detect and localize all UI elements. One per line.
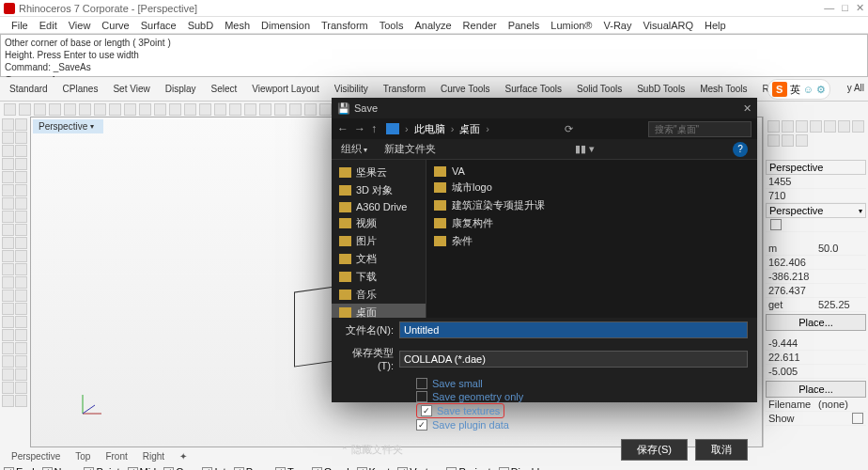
menu-help[interactable]: Help xyxy=(699,20,732,31)
tool-icon[interactable] xyxy=(15,250,27,262)
tab-cplanes[interactable]: CPlanes xyxy=(55,80,106,98)
tool-icon[interactable] xyxy=(199,103,211,116)
tool-icon[interactable] xyxy=(2,303,14,315)
tool-icon[interactable] xyxy=(34,103,46,116)
filetype-select[interactable]: COLLADA (*.dae) xyxy=(399,351,748,368)
tool-icon[interactable] xyxy=(2,145,14,157)
tool-icon[interactable] xyxy=(154,103,166,116)
menu-curve[interactable]: Curve xyxy=(96,20,134,31)
tool-icon[interactable] xyxy=(259,103,271,116)
panel-icon[interactable] xyxy=(767,120,780,133)
tool-icon[interactable] xyxy=(2,329,14,341)
menu-render[interactable]: Render xyxy=(457,20,503,31)
tool-icon[interactable] xyxy=(15,355,27,368)
tool-icon[interactable] xyxy=(15,171,27,183)
tool-icon[interactable] xyxy=(2,184,14,196)
tab-set-view[interactable]: Set View xyxy=(105,80,157,98)
tool-icon[interactable] xyxy=(244,103,256,116)
osnap-int[interactable] xyxy=(202,467,212,471)
tab-subd-tools[interactable]: SubD Tools xyxy=(629,80,692,98)
tool-icon[interactable] xyxy=(2,290,14,302)
panel-icon[interactable] xyxy=(810,120,822,133)
close-button[interactable]: ✕ xyxy=(856,2,864,14)
vtab-perspective[interactable]: Perspective xyxy=(4,449,68,463)
filename-input[interactable] xyxy=(399,321,748,338)
tab-curve-tools[interactable]: Curve Tools xyxy=(433,80,498,98)
ime-pill[interactable]: S 英 ☺⚙ xyxy=(767,79,830,100)
tool-icon[interactable] xyxy=(15,342,27,354)
tool-icon[interactable] xyxy=(2,237,14,249)
viewport-tab[interactable]: Perspective xyxy=(33,119,103,133)
tool-icon[interactable] xyxy=(49,103,61,116)
organize-menu[interactable]: 组织 xyxy=(341,142,367,156)
tree-item[interactable]: 音乐 xyxy=(332,286,426,304)
tab-surface-tools[interactable]: Surface Tools xyxy=(498,80,569,98)
tool-icon[interactable] xyxy=(15,132,27,144)
file-item[interactable]: 康复构件 xyxy=(426,214,757,232)
tab-solid-tools[interactable]: Solid Tools xyxy=(569,80,629,98)
opt-save-textures[interactable]: Save textures xyxy=(416,403,504,418)
tree-item[interactable]: 下载 xyxy=(332,268,426,286)
osnap-end[interactable] xyxy=(4,467,14,471)
tab-display[interactable]: Display xyxy=(158,80,204,98)
crumb-desktop[interactable]: 桌面 xyxy=(459,122,480,136)
tool-icon[interactable] xyxy=(109,103,121,116)
menu-tools[interactable]: Tools xyxy=(374,20,410,31)
osnap-project[interactable] xyxy=(446,467,457,471)
crumb-pc[interactable]: 此电脑 xyxy=(414,122,445,136)
tool-icon[interactable] xyxy=(15,316,27,328)
tool-icon[interactable] xyxy=(2,211,14,223)
up-icon[interactable]: ↑ xyxy=(371,122,377,135)
menu-view[interactable]: View xyxy=(63,20,97,31)
tool-icon[interactable] xyxy=(304,103,317,116)
tool-icon[interactable] xyxy=(2,197,14,210)
tab-select[interactable]: Select xyxy=(204,80,245,98)
tool-icon[interactable] xyxy=(214,103,226,116)
panel-icon[interactable] xyxy=(796,134,808,147)
tool-icon[interactable] xyxy=(15,290,27,302)
panel-icon[interactable] xyxy=(838,120,850,133)
panel-icon[interactable] xyxy=(796,120,808,133)
tool-icon[interactable] xyxy=(2,250,14,262)
panel-icon[interactable] xyxy=(782,120,794,133)
file-item[interactable]: 城市logo xyxy=(426,179,757,196)
place-button[interactable]: Place... xyxy=(766,314,866,331)
tool-icon[interactable] xyxy=(15,237,27,249)
tool-icon[interactable] xyxy=(15,118,27,131)
menu-analyze[interactable]: Analyze xyxy=(409,20,457,31)
tool-icon[interactable] xyxy=(169,103,181,116)
vtab-right[interactable]: Right xyxy=(135,449,172,463)
file-item[interactable]: 杂件 xyxy=(426,232,757,250)
tab-viewport-layout[interactable]: Viewport Layout xyxy=(244,80,327,98)
max-button[interactable]: □ xyxy=(842,2,848,14)
menu-subd[interactable]: SubD xyxy=(182,20,220,31)
osnap-disable[interactable] xyxy=(499,467,509,471)
new-folder-button[interactable]: 新建文件夹 xyxy=(384,142,436,156)
tool-icon[interactable] xyxy=(64,103,76,116)
tool-icon[interactable] xyxy=(4,103,16,116)
tool-icon[interactable] xyxy=(2,118,14,131)
tool-icon[interactable] xyxy=(2,368,14,381)
panel-icon[interactable] xyxy=(824,120,836,133)
tree-item[interactable]: 文档 xyxy=(332,250,426,268)
tool-icon[interactable] xyxy=(19,103,31,116)
vtab-top[interactable]: Top xyxy=(68,449,98,463)
tool-icon[interactable] xyxy=(15,329,27,341)
file-item[interactable]: VA xyxy=(426,164,757,179)
osnap-cen[interactable] xyxy=(163,467,174,471)
tool-icon[interactable] xyxy=(15,368,27,381)
tool-icon[interactable] xyxy=(139,103,151,116)
menu-lumion®[interactable]: Lumion® xyxy=(545,20,597,31)
menu-transform[interactable]: Transform xyxy=(316,20,374,31)
tool-icon[interactable] xyxy=(15,197,27,210)
tool-icon[interactable] xyxy=(15,224,27,236)
tool-icon[interactable] xyxy=(15,276,27,289)
tab-mesh-tools[interactable]: Mesh Tools xyxy=(692,80,754,98)
tool-icon[interactable] xyxy=(2,355,14,368)
help-icon[interactable]: ? xyxy=(733,142,748,157)
tool-icon[interactable] xyxy=(15,184,27,196)
tool-icon[interactable] xyxy=(184,103,196,116)
file-list[interactable]: VA城市logo建筑渲染专项提升课康复构件杂件 xyxy=(426,160,757,318)
osnap-perp[interactable] xyxy=(234,467,244,471)
menu-edit[interactable]: Edit xyxy=(34,20,63,31)
